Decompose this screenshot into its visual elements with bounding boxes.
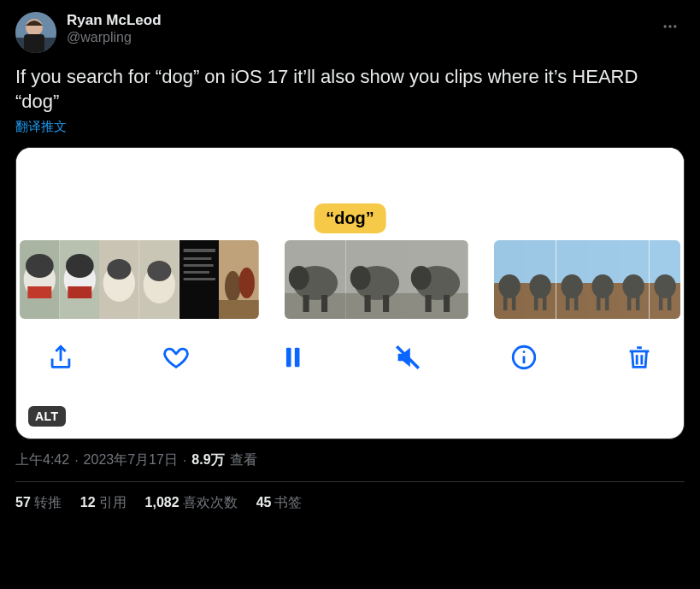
quotes-stat[interactable]: 12 引用 xyxy=(80,494,126,512)
mute-icon xyxy=(393,343,422,372)
svg-rect-68 xyxy=(605,295,609,310)
svg-rect-23 xyxy=(183,257,211,260)
svg-rect-78 xyxy=(668,295,672,310)
svg-rect-72 xyxy=(627,295,632,310)
svg-rect-48 xyxy=(444,295,450,312)
clip-thumb xyxy=(650,240,680,319)
clip-group-2 xyxy=(285,240,468,319)
svg-rect-58 xyxy=(543,295,547,310)
clip-thumb xyxy=(556,240,587,319)
pause-button[interactable] xyxy=(274,339,311,376)
heart-icon xyxy=(162,343,191,372)
avatar-image xyxy=(15,12,56,53)
info-icon xyxy=(509,343,538,372)
media-toolbar xyxy=(16,319,684,396)
svg-rect-80 xyxy=(295,348,300,368)
quotes-count: 12 xyxy=(80,495,96,510)
more-button[interactable] xyxy=(656,12,685,41)
clip-thumb xyxy=(139,240,179,319)
svg-point-9 xyxy=(26,254,54,278)
bookmarks-stat[interactable]: 45 书签 xyxy=(256,494,303,512)
svg-rect-10 xyxy=(27,286,51,298)
svg-point-28 xyxy=(225,271,241,302)
likes-label: 喜欢次数 xyxy=(183,494,238,512)
delete-button[interactable] xyxy=(621,339,658,376)
meta-separator: · xyxy=(183,453,186,468)
clip-thumb xyxy=(494,240,525,319)
svg-rect-73 xyxy=(636,295,640,310)
svg-point-76 xyxy=(654,274,675,298)
likes-stat[interactable]: 1,082 喜欢次数 xyxy=(145,494,238,512)
svg-rect-35 xyxy=(303,295,309,312)
tweet-header: Ryan McLeod @warpling xyxy=(15,12,685,53)
svg-rect-53 xyxy=(512,295,516,310)
info-button[interactable] xyxy=(505,339,543,376)
svg-point-61 xyxy=(561,274,582,298)
tweet-time: 上午4:42 xyxy=(15,451,69,469)
tweet-container: Ryan McLeod @warpling If you search for … xyxy=(0,0,700,512)
svg-point-51 xyxy=(498,274,520,298)
svg-point-84 xyxy=(522,350,525,353)
views-count: 8.9万 xyxy=(191,451,224,469)
svg-point-4 xyxy=(664,25,667,27)
svg-point-17 xyxy=(108,259,132,280)
clip-thumb xyxy=(525,240,556,319)
likes-count: 1,082 xyxy=(145,495,179,510)
svg-rect-62 xyxy=(566,295,570,310)
svg-point-71 xyxy=(623,274,644,298)
svg-rect-14 xyxy=(68,286,91,298)
search-highlight-label: “dog” xyxy=(314,203,386,233)
svg-point-6 xyxy=(674,25,676,27)
svg-point-13 xyxy=(66,254,94,278)
video-timeline[interactable] xyxy=(16,240,684,319)
views-label: 查看 xyxy=(230,451,257,469)
translate-link[interactable]: 翻译推文 xyxy=(15,119,685,135)
clip-thumb xyxy=(20,240,60,319)
clip-thumb xyxy=(346,240,408,319)
svg-rect-52 xyxy=(503,295,508,310)
svg-point-56 xyxy=(530,274,551,298)
tweet-date: 2023年7月17日 xyxy=(84,451,178,469)
svg-point-29 xyxy=(239,268,256,298)
author-handle: @warpling xyxy=(67,29,162,45)
clip-thumb xyxy=(99,240,139,319)
svg-point-20 xyxy=(147,261,171,281)
retweets-label: 转推 xyxy=(34,494,62,512)
clip-thumb xyxy=(60,240,100,319)
clip-thumb xyxy=(587,240,618,319)
alt-text-badge[interactable]: ALT xyxy=(28,406,66,427)
svg-rect-25 xyxy=(183,271,209,274)
tweet-text: If you search for “dog” on iOS 17 it’ll … xyxy=(15,65,685,114)
clip-group-3 xyxy=(494,240,680,319)
svg-rect-57 xyxy=(534,295,538,310)
svg-rect-24 xyxy=(183,264,213,267)
svg-rect-22 xyxy=(183,249,215,252)
svg-rect-79 xyxy=(286,348,291,368)
retweets-stat[interactable]: 57 转推 xyxy=(15,494,62,512)
svg-rect-26 xyxy=(183,278,215,280)
clip-group-1 xyxy=(20,240,259,319)
bookmarks-label: 书签 xyxy=(274,494,302,512)
mute-button[interactable] xyxy=(389,339,426,376)
tweet-meta[interactable]: 上午4:42 · 2023年7月17日 · 8.9万 查看 xyxy=(15,451,685,469)
svg-point-5 xyxy=(668,25,671,27)
share-icon xyxy=(46,343,75,372)
pause-icon xyxy=(278,343,307,372)
svg-point-34 xyxy=(289,266,309,290)
meta-separator: · xyxy=(74,453,78,468)
svg-point-66 xyxy=(591,274,613,298)
clip-thumb xyxy=(219,240,259,319)
quotes-label: 引用 xyxy=(99,494,126,512)
avatar[interactable] xyxy=(15,12,56,53)
share-button[interactable] xyxy=(42,339,79,376)
media-header-area: “dog” xyxy=(16,148,684,240)
author-names[interactable]: Ryan McLeod @warpling xyxy=(67,12,162,46)
tweet-media[interactable]: “dog” xyxy=(15,147,685,439)
svg-rect-47 xyxy=(426,295,432,312)
trash-icon xyxy=(625,343,654,372)
clip-thumb xyxy=(285,240,346,319)
svg-rect-67 xyxy=(597,295,601,310)
favorite-button[interactable] xyxy=(157,339,195,376)
svg-rect-41 xyxy=(364,295,370,312)
engagement-row: 57 转推 12 引用 1,082 喜欢次数 45 书签 xyxy=(15,482,685,512)
